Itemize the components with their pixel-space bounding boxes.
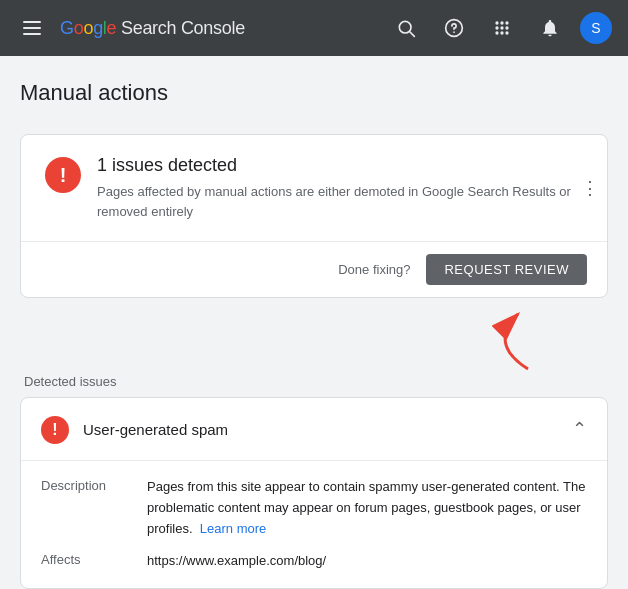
summary-row: ! 1 issues detected Pages affected by ma…	[45, 155, 583, 221]
search-icon[interactable]	[388, 10, 424, 46]
svg-point-8	[500, 21, 503, 24]
svg-rect-1	[23, 27, 41, 29]
svg-rect-2	[23, 33, 41, 35]
avatar[interactable]: S	[580, 12, 612, 44]
svg-line-4	[410, 32, 415, 37]
issue-title: User-generated spam	[83, 421, 558, 438]
description-label: Description	[41, 477, 131, 539]
topbar-logo: Google Search Console	[60, 18, 245, 39]
issue-error-icon: !	[41, 416, 69, 444]
card-actions: Done fixing? REQUEST REVIEW	[21, 242, 607, 297]
svg-point-12	[505, 26, 508, 29]
arrow-annotation	[20, 314, 608, 374]
svg-point-7	[495, 21, 498, 24]
svg-point-11	[500, 26, 503, 29]
apps-icon[interactable]	[484, 10, 520, 46]
learn-more-link[interactable]: Learn more	[200, 521, 266, 536]
detected-issues-label: Detected issues	[20, 374, 608, 389]
summary-card: ! 1 issues detected Pages affected by ma…	[20, 134, 608, 298]
description-value: Pages from this site appear to contain s…	[147, 477, 587, 539]
help-icon[interactable]	[436, 10, 472, 46]
issue-header[interactable]: ! User-generated spam ⌃	[21, 398, 607, 461]
svg-point-13	[495, 31, 498, 34]
affects-label: Affects	[41, 551, 131, 572]
issue-card: ! User-generated spam ⌃ Description Page…	[20, 397, 608, 589]
svg-rect-0	[23, 21, 41, 23]
done-fixing-label: Done fixing?	[338, 262, 410, 277]
request-review-button[interactable]: REQUEST REVIEW	[426, 254, 587, 285]
chevron-up-icon: ⌃	[572, 418, 587, 440]
issue-details: Description Pages from this site appear …	[21, 461, 607, 588]
svg-point-14	[500, 31, 503, 34]
arrow-icon	[428, 304, 548, 374]
summary-description: Pages affected by manual actions are eit…	[97, 182, 583, 221]
svg-point-15	[505, 31, 508, 34]
notifications-icon[interactable]	[532, 10, 568, 46]
svg-point-6	[453, 31, 455, 33]
svg-point-10	[495, 26, 498, 29]
logo-text: Google Search Console	[60, 18, 245, 39]
svg-point-9	[505, 21, 508, 24]
description-row: Description Pages from this site appear …	[21, 461, 607, 547]
page-content: Manual actions ! 1 issues detected Pages…	[0, 56, 628, 589]
menu-icon[interactable]	[16, 21, 48, 35]
exclamation-icon: !	[60, 165, 67, 185]
affects-row: Affects https://www.example.com/blog/	[21, 547, 607, 588]
summary-text: 1 issues detected Pages affected by manu…	[97, 155, 583, 221]
issue-exclamation-icon: !	[52, 422, 57, 438]
affects-value: https://www.example.com/blog/	[147, 551, 326, 572]
error-icon-circle: !	[45, 157, 81, 193]
topbar: Google Search Console	[0, 0, 628, 56]
issues-count: 1 issues detected	[97, 155, 583, 176]
page-title: Manual actions	[20, 72, 608, 114]
card-menu-icon[interactable]: ⋮	[581, 177, 599, 199]
card-summary-section: ! 1 issues detected Pages affected by ma…	[21, 135, 607, 241]
